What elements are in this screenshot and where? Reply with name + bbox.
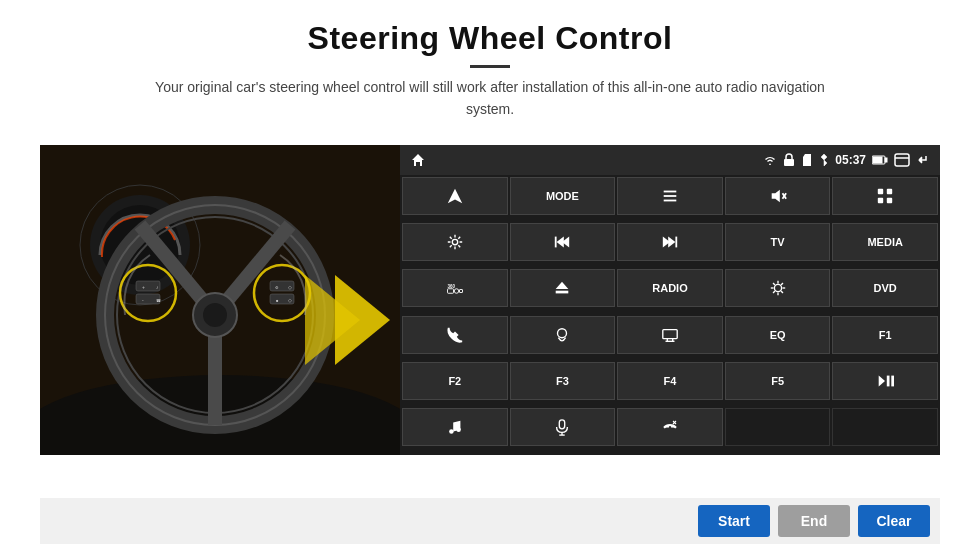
svg-rect-36 — [664, 195, 677, 197]
svg-point-75 — [456, 428, 461, 433]
svg-line-64 — [781, 283, 783, 285]
btn-callend[interactable] — [617, 408, 723, 446]
window-icon — [894, 153, 910, 167]
svg-text:◇: ◇ — [288, 284, 292, 290]
btn-eject[interactable] — [510, 269, 616, 307]
page-title: Steering Wheel Control — [140, 20, 840, 57]
btn-tv[interactable]: TV — [725, 223, 831, 261]
status-bar-right: 05:37 — [763, 153, 930, 167]
svg-rect-29 — [784, 159, 794, 166]
svg-rect-40 — [878, 189, 883, 194]
svg-rect-43 — [887, 198, 892, 203]
svg-rect-76 — [560, 420, 565, 429]
btn-radio[interactable]: RADIO — [617, 269, 723, 307]
svg-point-12 — [203, 303, 227, 327]
svg-line-65 — [773, 291, 775, 293]
wifi-icon — [763, 153, 777, 167]
bottom-bar: Start End Clear — [40, 498, 940, 544]
svg-rect-73 — [891, 376, 894, 387]
svg-text:+: + — [142, 284, 145, 290]
lock-icon — [783, 153, 795, 167]
svg-rect-31 — [885, 158, 887, 162]
svg-rect-37 — [664, 199, 677, 201]
btn-next[interactable] — [617, 223, 723, 261]
start-button[interactable]: Start — [698, 505, 770, 537]
bluetooth-icon — [819, 153, 829, 167]
svg-point-44 — [452, 239, 457, 244]
svg-rect-52 — [447, 289, 453, 294]
btn-f3[interactable]: F3 — [510, 362, 616, 400]
clear-button[interactable]: Clear — [858, 505, 930, 537]
back-icon — [916, 153, 930, 167]
svg-rect-54 — [459, 290, 462, 293]
title-section: Steering Wheel Control Your original car… — [140, 20, 840, 135]
btn-dvd[interactable]: DVD — [832, 269, 938, 307]
btn-prev[interactable] — [510, 223, 616, 261]
btn-eq[interactable]: EQ — [725, 316, 831, 354]
svg-rect-41 — [887, 189, 892, 194]
btn-brightness[interactable] — [725, 269, 831, 307]
svg-marker-55 — [556, 282, 569, 289]
steering-wheel-image: + ♪ - ☎ ⚙ ◇ ☻ ◇ — [40, 145, 400, 455]
btn-nav2[interactable] — [510, 316, 616, 354]
btn-settings[interactable] — [402, 223, 508, 261]
svg-rect-67 — [663, 329, 677, 338]
svg-text:⚙: ⚙ — [275, 285, 279, 290]
btn-empty-2 — [832, 408, 938, 446]
title-divider — [470, 65, 510, 68]
sd-icon — [801, 153, 813, 167]
btn-360cam[interactable]: 360 — [402, 269, 508, 307]
svg-text:☻: ☻ — [275, 298, 279, 303]
btn-f5[interactable]: F5 — [725, 362, 831, 400]
btn-f1[interactable]: F1 — [832, 316, 938, 354]
svg-point-66 — [558, 328, 567, 337]
status-bar: 05:37 — [400, 145, 940, 175]
battery-icon — [872, 154, 888, 166]
btn-phone[interactable] — [402, 316, 508, 354]
time-display: 05:37 — [835, 153, 866, 167]
home-icon — [410, 152, 426, 168]
btn-apps[interactable] — [832, 177, 938, 215]
btn-navigate[interactable] — [402, 177, 508, 215]
btn-mic[interactable] — [510, 408, 616, 446]
btn-media[interactable]: MEDIA — [832, 223, 938, 261]
svg-rect-72 — [887, 376, 890, 387]
end-button[interactable]: End — [778, 505, 850, 537]
btn-music[interactable] — [402, 408, 508, 446]
svg-text:360: 360 — [447, 284, 455, 289]
svg-point-74 — [449, 430, 454, 435]
svg-rect-32 — [873, 157, 882, 163]
radio-button-grid: MODE — [400, 175, 940, 455]
btn-f2[interactable]: F2 — [402, 362, 508, 400]
btn-empty-1 — [725, 408, 831, 446]
svg-rect-35 — [664, 190, 677, 192]
svg-text:☎: ☎ — [156, 298, 161, 303]
status-bar-left — [410, 152, 426, 168]
svg-line-62 — [773, 283, 775, 285]
btn-list[interactable] — [617, 177, 723, 215]
svg-text:◇: ◇ — [288, 297, 292, 303]
radio-ui-panel: 05:37 — [400, 145, 940, 455]
btn-screen[interactable] — [617, 316, 723, 354]
btn-playpause[interactable] — [832, 362, 938, 400]
btn-mute[interactable] — [725, 177, 831, 215]
content-area: + ♪ - ☎ ⚙ ◇ ☻ ◇ — [40, 145, 940, 455]
page-subtitle: Your original car's steering wheel contr… — [140, 76, 840, 121]
svg-point-57 — [774, 285, 781, 292]
svg-point-53 — [454, 289, 459, 294]
svg-rect-33 — [895, 154, 909, 166]
btn-mode[interactable]: MODE — [510, 177, 616, 215]
svg-marker-71 — [879, 376, 885, 387]
svg-rect-56 — [556, 291, 569, 294]
btn-f4[interactable]: F4 — [617, 362, 723, 400]
page-container: Steering Wheel Control Your original car… — [0, 0, 980, 544]
svg-line-63 — [781, 291, 783, 293]
svg-rect-42 — [878, 198, 883, 203]
